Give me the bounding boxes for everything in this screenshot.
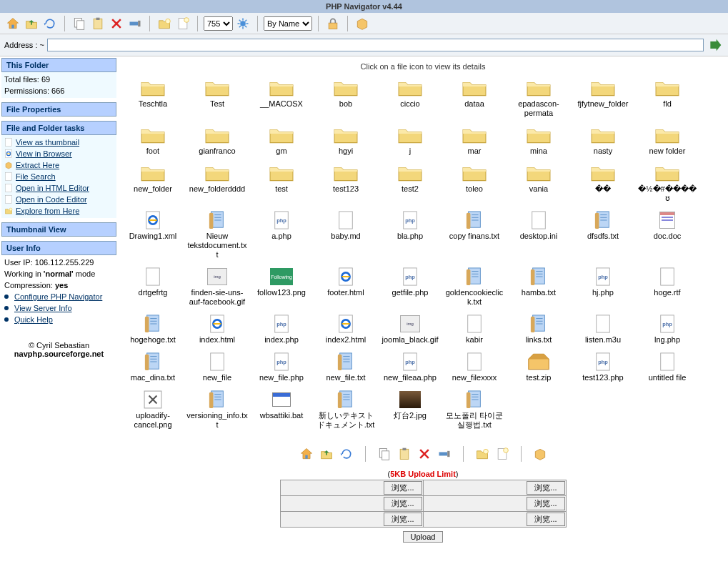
package-button[interactable] xyxy=(532,445,549,462)
file-item[interactable]: 모노폴리 타이쿤 실행법.txt xyxy=(444,388,505,434)
file-item[interactable]: desktop.ini xyxy=(508,209,569,264)
copy-button[interactable] xyxy=(376,445,393,462)
task-item[interactable]: Extract Here xyxy=(4,159,114,171)
folder-item[interactable]: mina xyxy=(508,124,569,160)
browse-button[interactable]: 浏览... xyxy=(384,513,422,526)
file-item[interactable]: untitled file xyxy=(637,350,698,387)
lock-button[interactable] xyxy=(324,15,341,32)
up-button[interactable] xyxy=(318,445,335,462)
copy-button[interactable] xyxy=(71,15,88,32)
file-item[interactable]: footer.html xyxy=(315,265,377,311)
task-item[interactable]: Open in HTML Editor xyxy=(4,182,114,194)
new-file-button[interactable] xyxy=(174,15,191,32)
task-item[interactable]: File Search xyxy=(4,171,114,182)
sort-select[interactable]: By Name xyxy=(264,16,312,31)
home-button[interactable] xyxy=(298,445,315,462)
file-item[interactable]: 新しいテキスト ドキュメント.txt xyxy=(315,388,377,434)
file-item[interactable]: new_file.php xyxy=(251,350,312,387)
file-item[interactable]: hamba.txt xyxy=(508,265,569,311)
rename-button[interactable] xyxy=(436,445,453,462)
file-item[interactable]: mac_dina.txt xyxy=(122,350,184,387)
rename-button[interactable] xyxy=(126,15,144,32)
file-item[interactable]: lng.php xyxy=(637,312,698,349)
go-button[interactable] xyxy=(707,36,724,54)
file-item[interactable]: doc.doc xyxy=(637,209,698,264)
folder-item[interactable]: toleo xyxy=(444,162,505,207)
user-link[interactable]: Configure PHP Navigator xyxy=(4,291,114,302)
file-item[interactable]: index.html xyxy=(186,312,248,349)
upload-button[interactable]: Upload xyxy=(403,531,444,543)
file-item[interactable]: bla.php xyxy=(379,209,441,264)
browse-button[interactable]: 浏览... xyxy=(384,497,422,510)
file-item[interactable]: versioning_info.txt xyxy=(186,388,248,434)
file-item[interactable]: listen.m3u xyxy=(572,312,634,349)
folder-item[interactable]: hgyi xyxy=(315,124,377,160)
folder-item[interactable]: test2 xyxy=(379,162,441,207)
folder-item[interactable]: test xyxy=(251,162,312,207)
file-item[interactable]: baby.md xyxy=(315,209,377,264)
file-item[interactable]: hj.php xyxy=(572,265,634,311)
paste-button[interactable] xyxy=(89,15,106,32)
file-item[interactable]: uploadify-cancel.png xyxy=(122,388,184,434)
file-item[interactable]: test.zip xyxy=(508,350,569,387)
browse-button[interactable]: 浏览... xyxy=(527,497,564,510)
file-item[interactable]: imgjoomla_black.gif xyxy=(379,312,441,349)
folder-item[interactable]: fld xyxy=(637,76,698,122)
file-item[interactable]: Followingfollow123.png xyxy=(251,265,312,311)
task-item[interactable]: Explore from Here xyxy=(4,205,114,217)
folder-item[interactable]: mar xyxy=(444,124,505,160)
task-item[interactable]: Open in Code Editor xyxy=(4,194,114,205)
file-item[interactable]: drtgefrtg xyxy=(122,265,184,311)
file-item[interactable]: test123.php xyxy=(572,350,634,387)
folder-item[interactable]: �½�#����ʊ xyxy=(637,162,698,207)
file-item[interactable]: wbsattiki.bat xyxy=(251,388,312,434)
package-button[interactable] xyxy=(354,15,371,32)
up-button[interactable] xyxy=(23,15,40,32)
folder-item[interactable]: vania xyxy=(508,162,569,207)
folder-item[interactable]: Teschtla xyxy=(122,76,184,122)
new-file-button[interactable] xyxy=(494,445,511,462)
file-item[interactable]: links.txt xyxy=(508,312,569,349)
folder-item[interactable]: nasty xyxy=(572,124,634,160)
browse-button[interactable]: 浏览... xyxy=(527,513,564,526)
file-item[interactable]: new_file xyxy=(186,350,248,387)
refresh-button[interactable] xyxy=(338,445,355,462)
file-item[interactable]: new_fileaa.php xyxy=(379,350,441,387)
file-item[interactable]: imgfinden-sie-uns-auf-facebook.gif xyxy=(186,265,248,311)
folder-item[interactable]: dataa xyxy=(444,76,505,122)
file-item[interactable]: getfile.php xyxy=(379,265,441,311)
new-folder-button[interactable] xyxy=(156,15,173,32)
folder-item[interactable]: test123 xyxy=(315,162,377,207)
file-item[interactable]: goldencookieclick.txt xyxy=(444,265,505,311)
folder-item[interactable]: Test xyxy=(186,76,248,122)
folder-item[interactable]: new_folderdddd xyxy=(186,162,248,207)
user-link[interactable]: Quick Help xyxy=(4,314,114,325)
delete-button[interactable] xyxy=(108,15,125,32)
apply-permission-button[interactable] xyxy=(234,15,251,32)
file-item[interactable]: new_filexxxx xyxy=(444,350,505,387)
browse-button[interactable]: 浏览... xyxy=(527,481,564,495)
task-item[interactable]: View in Browser xyxy=(4,148,114,159)
file-item[interactable]: dfsdfs.txt xyxy=(572,209,634,264)
permission-select[interactable]: 755 xyxy=(204,16,233,31)
folder-item[interactable]: foot xyxy=(122,124,184,160)
folder-item[interactable]: gianfranco xyxy=(186,124,248,160)
file-item[interactable]: index.php xyxy=(251,312,312,349)
file-item[interactable]: kabir xyxy=(444,312,505,349)
file-item[interactable]: 灯台2.jpg xyxy=(379,388,441,434)
file-item[interactable]: hogehoge.txt xyxy=(122,312,184,349)
new-folder-button[interactable] xyxy=(474,445,491,462)
file-item[interactable]: a.php xyxy=(251,209,312,264)
address-input[interactable] xyxy=(47,39,704,51)
file-item[interactable]: Drawing1.xml xyxy=(122,209,184,264)
file-item[interactable]: hoge.rtf xyxy=(637,265,698,311)
folder-item[interactable]: epadascon-permata xyxy=(508,76,569,122)
file-item[interactable]: Nieuw tekstdocument.txt xyxy=(186,209,248,264)
file-item[interactable]: copy finans.txt xyxy=(444,209,505,264)
folder-item[interactable]: bob xyxy=(315,76,377,122)
delete-button[interactable] xyxy=(416,445,433,462)
folder-item[interactable]: ciccio xyxy=(379,76,441,122)
refresh-button[interactable] xyxy=(41,15,59,32)
folder-item[interactable]: �� xyxy=(572,162,634,207)
folder-item[interactable]: gm xyxy=(251,124,312,160)
